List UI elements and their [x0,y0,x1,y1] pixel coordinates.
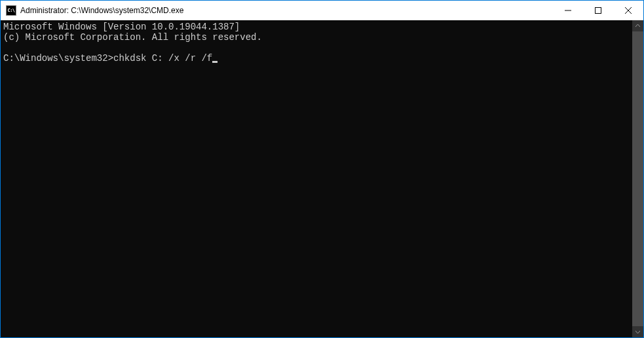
scrollbar-down-button[interactable] [632,326,643,337]
maximize-icon [595,7,601,14]
text-cursor [212,61,218,63]
chevron-down-icon [635,329,640,334]
titlebar[interactable]: C:\ Administrator: C:\Windows\system32\C… [1,1,643,20]
svg-rect-1 [596,7,601,13]
console-banner-line2: (c) Microsoft Corporation. All rights re… [3,32,262,43]
cmd-icon-label: C:\ [7,8,14,13]
console-banner-line1: Microsoft Windows [Version 10.0.19044.13… [3,22,240,32]
cmd-icon: C:\ [6,5,16,16]
chevron-up-icon [635,24,640,28]
console-prompt: C:\Windows\system32> [3,53,113,64]
close-icon [625,7,632,14]
minimize-button[interactable] [553,1,583,20]
window-controls [553,1,643,20]
cmd-window: C:\ Administrator: C:\Windows\system32\C… [1,1,643,337]
scrollbar-thumb[interactable] [632,31,643,326]
scrollbar-up-button[interactable] [632,20,643,31]
console-command: chkdsk C: /x /r /f [113,53,212,64]
scrollbar-track[interactable] [632,31,643,326]
terminal[interactable]: Microsoft Windows [Version 10.0.19044.13… [1,20,632,337]
console-area: Microsoft Windows [Version 10.0.19044.13… [1,20,643,337]
minimize-icon [565,7,571,14]
close-button[interactable] [613,1,643,20]
window-title: Administrator: C:\Windows\system32\CMD.e… [20,6,553,15]
maximize-button[interactable] [583,1,613,20]
vertical-scrollbar[interactable] [632,20,643,337]
